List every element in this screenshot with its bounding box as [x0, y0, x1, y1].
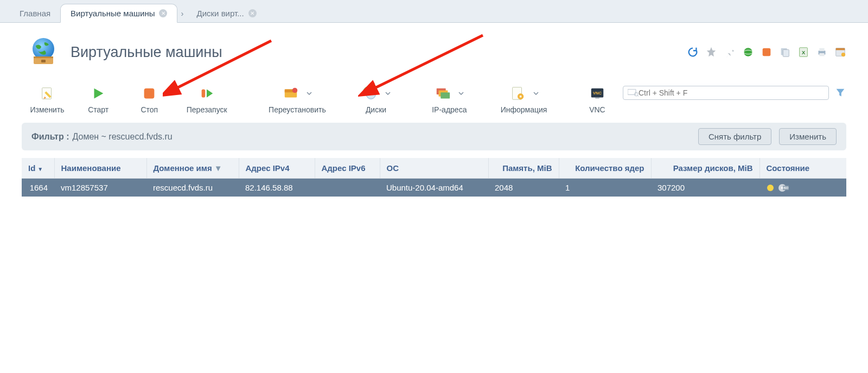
reinstall-label: Переустановить: [269, 105, 326, 114]
iso-icon: ISO: [778, 184, 789, 192]
vnc-label: VNC: [589, 105, 605, 114]
print-icon[interactable]: [816, 46, 828, 58]
globe-icon[interactable]: [742, 46, 754, 58]
filter-funnel-icon[interactable]: [834, 87, 846, 99]
stop-label: Стоп: [141, 105, 158, 114]
cell-os: Ubuntu-20.04-amd64: [380, 179, 488, 197]
col-os[interactable]: ОС: [380, 158, 488, 179]
tab-home-label: Главная: [20, 9, 50, 18]
stop-button[interactable]: Стоп: [124, 80, 175, 114]
svg-rect-8: [783, 49, 789, 56]
reinstall-button[interactable]: Переустановить: [260, 80, 334, 114]
svg-text:ISO: ISO: [783, 186, 788, 189]
settings-icon[interactable]: [834, 46, 846, 58]
svg-rect-12: [819, 48, 824, 52]
filter-bar: Фильтр : Домен ~ rescuecd.fvds.ru Снять …: [22, 123, 846, 150]
svg-rect-6: [763, 48, 771, 56]
info-label: Информация: [501, 105, 547, 114]
vnc-button[interactable]: VNC VNC: [572, 80, 623, 114]
page-title: Виртуальные машины: [71, 44, 222, 61]
ip-label: IP-адреса: [432, 105, 467, 114]
filter-label: Фильтр :: [31, 132, 69, 142]
col-memory[interactable]: Память, MiB: [488, 158, 559, 179]
copy-icon[interactable]: [779, 46, 791, 58]
col-disk-size[interactable]: Размер дисков, MiB: [651, 158, 760, 179]
excel-icon[interactable]: X: [797, 46, 809, 58]
start-label: Старт: [88, 105, 108, 114]
ip-icon: [435, 85, 451, 102]
toolbar: Изменить Старт Стоп Перезапуск Переустан…: [0, 76, 868, 117]
restart-icon: [199, 85, 215, 102]
filter-active-icon: ▼: [214, 163, 222, 173]
chevron-down-icon[interactable]: [533, 91, 539, 96]
cell-name: vm12857537: [54, 179, 146, 197]
svg-rect-19: [202, 90, 206, 98]
cell-ipv6: [315, 179, 380, 197]
svg-rect-13: [819, 53, 824, 56]
play-icon: [90, 85, 106, 102]
cell-memory: 2048: [488, 179, 559, 197]
star-icon[interactable]: [705, 46, 717, 58]
search-box[interactable]: [623, 86, 829, 100]
svg-point-40: [767, 185, 774, 191]
svg-rect-2: [34, 56, 53, 58]
svg-rect-18: [144, 88, 155, 99]
svg-rect-3: [41, 60, 46, 62]
disks-label: Диски: [366, 105, 386, 114]
ip-button[interactable]: IP-адреса: [418, 80, 482, 114]
tab-home[interactable]: Главная: [10, 4, 60, 22]
start-button[interactable]: Старт: [73, 80, 124, 114]
close-icon[interactable]: ✕: [159, 9, 167, 17]
disks-icon: [361, 85, 378, 102]
chevron-down-icon[interactable]: [458, 91, 464, 96]
sort-desc-icon: ▼: [37, 166, 43, 172]
search-input[interactable]: [639, 88, 824, 97]
cell-disk-size: 307200: [651, 179, 760, 197]
page-header: Виртуальные машины X: [0, 23, 868, 76]
cell-domain: rescuecd.fvds.ru: [146, 179, 239, 197]
edit-button[interactable]: Изменить: [22, 80, 73, 114]
chevron-down-icon[interactable]: [307, 91, 312, 96]
reinstall-icon: [283, 85, 299, 102]
col-state[interactable]: Состояние: [760, 158, 846, 179]
tab-disks[interactable]: Диски вирт... ✕: [187, 4, 266, 22]
svg-text:X: X: [802, 50, 806, 55]
edit-filter-button[interactable]: Изменить: [779, 128, 837, 145]
col-ipv6[interactable]: Адрес IPv6: [315, 158, 380, 179]
restart-button[interactable]: Перезапуск: [175, 80, 239, 114]
svg-rect-34: [595, 98, 599, 99]
edit-label: Изменить: [30, 105, 64, 114]
svg-rect-15: [836, 48, 845, 50]
cell-state: ISO: [760, 179, 846, 197]
table-header-row: Id▼ Наименование Доменное имя▼ Адрес IPv…: [22, 158, 846, 179]
info-button[interactable]: Информация: [492, 80, 556, 114]
close-icon[interactable]: ✕: [248, 9, 257, 17]
stop-icon: [141, 85, 157, 102]
stop-small-icon[interactable]: [761, 46, 773, 58]
svg-point-31: [519, 96, 521, 98]
edit-icon: [39, 85, 55, 102]
breadcrumb-sep: ›: [177, 4, 187, 22]
clear-filter-button[interactable]: Снять фильтр: [698, 128, 771, 145]
table-row[interactable]: 1664 vm12857537 rescuecd.fvds.ru 82.146.…: [22, 179, 846, 197]
svg-point-36: [634, 92, 638, 96]
col-id[interactable]: Id▼: [22, 158, 54, 179]
chevron-down-icon[interactable]: [385, 91, 391, 96]
cell-cores: 1: [559, 179, 651, 197]
col-domain[interactable]: Доменное имя▼: [146, 158, 239, 179]
tabs-bar: Главная Виртуальные машины ✕ › Диски вир…: [0, 0, 868, 23]
col-name[interactable]: Наименование: [54, 158, 146, 179]
vm-table: Id▼ Наименование Доменное имя▼ Адрес IPv…: [22, 158, 846, 197]
col-cores[interactable]: Количество ядер: [559, 158, 651, 179]
col-ipv4[interactable]: Адрес IPv4: [239, 158, 315, 179]
svg-point-16: [841, 53, 845, 56]
cell-ipv4: 82.146.58.88: [239, 179, 315, 197]
tab-vm[interactable]: Виртуальные машины ✕: [60, 4, 177, 23]
disks-button[interactable]: Диски: [350, 80, 401, 114]
globe-server-icon: [26, 35, 61, 69]
refresh-icon[interactable]: [687, 46, 699, 58]
keyboard-search-icon: [628, 89, 639, 97]
svg-point-25: [370, 93, 372, 96]
header-actions: X: [687, 46, 846, 58]
pin-icon[interactable]: [724, 46, 736, 58]
